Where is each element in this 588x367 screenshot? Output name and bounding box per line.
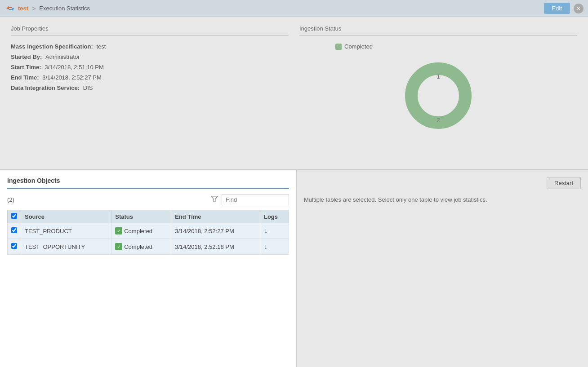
donut-label-bottom: 2 — [398, 117, 479, 124]
breadcrumb-separator: > — [32, 5, 36, 12]
ingestion-status-divider — [299, 35, 577, 36]
breadcrumb: test > Execution Statistics — [5, 5, 90, 12]
row2-status-badge: ✓ Completed — [115, 243, 152, 250]
restart-button[interactable]: Restart — [547, 177, 581, 189]
search-input[interactable] — [222, 194, 289, 205]
breadcrumb-link[interactable]: test — [18, 5, 28, 12]
prop-start-time-label: Start Time: — [11, 64, 41, 71]
ingestion-objects-title: Ingestion Objects — [7, 177, 289, 184]
prop-start-time-value: 3/14/2018, 2:51:10 PM — [45, 64, 104, 71]
table-header-row: Source Status End Time Logs — [8, 210, 289, 223]
table-row[interactable]: TEST_OPPORTUNITY ✓ Completed 3/14/2018, … — [8, 239, 289, 255]
prop-end-time-value: 3/14/2018, 2:52:27 PM — [42, 74, 102, 81]
prop-start-time: Start Time: 3/14/2018, 2:51:10 PM — [11, 64, 289, 71]
row1-checkbox-cell — [8, 223, 21, 239]
ingestion-objects-divider — [7, 188, 289, 189]
ingestion-status-title: Ingestion Status — [299, 25, 577, 32]
col-logs: Logs — [260, 210, 289, 223]
row1-status-badge: ✓ Completed — [115, 227, 152, 234]
col-status: Status — [111, 210, 171, 223]
col-checkbox — [8, 210, 21, 223]
ingestion-objects-count: (2) — [7, 196, 207, 203]
svg-marker-1 — [211, 196, 218, 202]
row1-status-label: Completed — [124, 228, 152, 234]
row1-download-icon[interactable]: ↓ — [264, 227, 267, 234]
prop-specification: Mass Ingestion Specification: test — [11, 43, 289, 50]
main-content: Job Properties Mass Ingestion Specificat… — [0, 17, 588, 367]
top-panel: Job Properties Mass Ingestion Specificat… — [0, 17, 588, 170]
row2-end-time: 3/14/2018, 2:52:18 PM — [171, 239, 260, 255]
chart-area: Completed 1 2 — [299, 43, 577, 136]
prop-dis-value: DIS — [83, 84, 93, 91]
prop-end-time: End Time: 3/14/2018, 2:52:27 PM — [11, 74, 289, 81]
col-end-time: End Time — [171, 210, 260, 223]
filter-icon[interactable] — [211, 195, 218, 204]
prop-started-by: Started By: Administrator — [11, 53, 289, 60]
prop-specification-value: test — [96, 43, 106, 50]
row1-source: TEST_PRODUCT — [21, 223, 111, 239]
edit-button[interactable]: Edit — [544, 3, 570, 14]
right-panel: Restart Multiple tables are selected. Se… — [297, 170, 588, 367]
close-button[interactable]: × — [574, 4, 584, 13]
donut-chart: 1 2 — [398, 55, 479, 136]
job-properties-divider — [11, 35, 289, 36]
row1-status-icon: ✓ — [115, 227, 122, 234]
top-bar-actions: Edit — [544, 3, 570, 14]
prop-dis: Data Integration Service: DIS — [11, 84, 289, 91]
select-all-checkbox[interactable] — [11, 213, 17, 219]
ingestion-objects-panel: Ingestion Objects (2) — [0, 170, 297, 367]
ingestion-status-section: Ingestion Status Completed 1 2 — [299, 25, 577, 161]
right-panel-top: Restart — [304, 177, 581, 189]
breadcrumb-page: Execution Statistics — [39, 5, 90, 12]
top-bar: test > Execution Statistics Edit × — [0, 0, 588, 17]
prop-started-by-label: Started By: — [11, 53, 42, 60]
row2-download-icon[interactable]: ↓ — [264, 243, 267, 250]
row2-checkbox-cell — [8, 239, 21, 255]
prop-end-time-label: End Time: — [11, 74, 39, 81]
right-panel-message: Multiple tables are selected. Select onl… — [304, 196, 581, 203]
row1-end-time: 3/14/2018, 2:52:27 PM — [171, 223, 260, 239]
prop-specification-label: Mass Ingestion Specification: — [11, 43, 93, 50]
ingestion-objects-toolbar: (2) — [7, 194, 289, 205]
arrows-icon — [5, 5, 15, 12]
ingestion-table: Source Status End Time Logs TEST_PRODUCT — [7, 210, 289, 255]
row2-source: TEST_OPPORTUNITY — [21, 239, 111, 255]
row2-checkbox[interactable] — [11, 243, 17, 249]
job-properties-section: Job Properties Mass Ingestion Specificat… — [11, 25, 289, 161]
legend-color-box — [335, 44, 342, 50]
donut-svg — [398, 55, 479, 136]
prop-dis-label: Data Integration Service: — [11, 84, 80, 91]
job-properties-title: Job Properties — [11, 25, 289, 32]
legend-label: Completed — [344, 43, 373, 50]
prop-started-by-value: Administrator — [45, 53, 80, 60]
donut-label-top: 1 — [398, 73, 479, 80]
bottom-panel: Ingestion Objects (2) — [0, 170, 588, 367]
row2-status-label: Completed — [124, 243, 152, 250]
row1-checkbox[interactable] — [11, 227, 17, 233]
row2-status: ✓ Completed — [111, 239, 171, 255]
row2-status-icon: ✓ — [115, 243, 122, 250]
row1-logs[interactable]: ↓ — [260, 223, 289, 239]
row1-status: ✓ Completed — [111, 223, 171, 239]
chart-legend: Completed — [335, 43, 373, 50]
row2-logs[interactable]: ↓ — [260, 239, 289, 255]
col-source: Source — [21, 210, 111, 223]
table-row[interactable]: TEST_PRODUCT ✓ Completed 3/14/2018, 2:52… — [8, 223, 289, 239]
